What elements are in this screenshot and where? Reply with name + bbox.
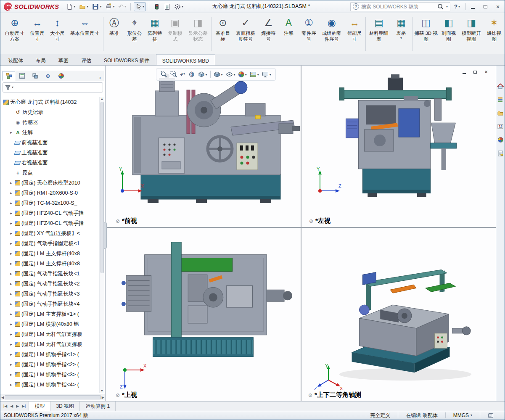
tree-item[interactable]: ▸ (固定) 无心磨床模型2010: [1, 178, 99, 188]
view-settings-button[interactable]: ▾: [262, 71, 271, 78]
ribbon-button[interactable]: ⊙ 基准目标: [213, 14, 233, 54]
expand-arrow-icon[interactable]: ▸: [9, 282, 13, 286]
status-options-button[interactable]: [480, 413, 501, 418]
tree-item[interactable]: ▸ (固定) 气动手指延长块<4: [1, 299, 99, 309]
tree-item[interactable]: ↺ 历史记录: [1, 107, 99, 117]
tree-item[interactable]: ▸ (固定) LM 无杆气缸支撑板: [1, 339, 99, 349]
command-tab[interactable]: 装配体: [2, 54, 29, 65]
expand-arrow-icon[interactable]: ▸: [9, 302, 13, 306]
dropdown-caret[interactable]: ▾: [446, 5, 448, 8]
ribbon-button[interactable]: ⊕ 自动尺寸方案: [2, 14, 27, 54]
tree-item[interactable]: ▸ (固定) LM 横梁(40x80 铝: [1, 319, 99, 329]
ribbon-button[interactable]: ↕ 大小尺寸: [48, 14, 68, 54]
ribbon-button[interactable]: ✓ 表面粗糙度符号: [233, 14, 258, 54]
tree-item[interactable]: ▸ (固定) 气动手指延长块<2: [1, 279, 99, 289]
ribbon-button[interactable]: ◉ 成组的零件序号: [319, 14, 344, 54]
command-tab[interactable]: 评估: [75, 54, 98, 65]
document-restore-button[interactable]: [472, 69, 478, 75]
dimxpertmanager-tab[interactable]: ⊕: [42, 71, 54, 81]
tree-item[interactable]: ▸ (固定) 气动手指固定板<1: [1, 238, 99, 248]
ribbon-button[interactable]: ▦ 表格 ▾: [391, 14, 411, 54]
ribbon-button[interactable]: ▦ 阵列特征: [145, 14, 165, 54]
tree-item[interactable]: ▸ (固定) XY 气缸连接板】<: [1, 228, 99, 238]
expand-tabs-chevron[interactable]: ›: [97, 74, 103, 81]
hide-show-items-button[interactable]: ▾: [226, 71, 235, 78]
appearances-tab[interactable]: [497, 136, 504, 143]
options-button[interactable]: ▾: [173, 3, 185, 11]
ribbon-button[interactable]: ① 零件序号: [299, 14, 319, 54]
left-view-model[interactable]: [301, 66, 496, 227]
tree-item[interactable]: ▸ (固定) LM 抓物手指<3> (: [1, 370, 99, 380]
expand-arrow-icon[interactable]: ▸: [9, 332, 13, 336]
next-tab-button[interactable]: ▶: [15, 404, 20, 409]
close-button[interactable]: ×: [494, 3, 501, 10]
expand-arrow-icon[interactable]: ▸: [9, 211, 13, 215]
scrollbar-thumb[interactable]: [5, 395, 101, 399]
ribbon-button[interactable]: ✶ 爆炸视图: [484, 14, 504, 54]
filter-caret-icon[interactable]: ▾: [12, 86, 13, 89]
help-search-input[interactable]: [361, 4, 435, 10]
tree-item[interactable]: ▸ (固定) HFZ40-CL 气动手指: [1, 208, 99, 218]
command-tab[interactable]: SOLIDWORKS MBD: [156, 54, 215, 65]
scroll-up-icon[interactable]: ▲: [100, 97, 104, 101]
help-menu-button[interactable]: ? ▾: [452, 3, 463, 10]
tree-item[interactable]: ▸ (固定) TC-M-32x100-S_: [1, 198, 99, 208]
ribbon-button[interactable]: ◫ 捕获 3D 视图: [413, 14, 439, 54]
maximize-button[interactable]: [482, 3, 489, 10]
view-tab[interactable]: 3D 视图: [50, 402, 80, 411]
tree-item[interactable]: ▸ A 注解: [1, 127, 99, 137]
viewport-vertical-divider[interactable]: [301, 66, 301, 401]
save-button[interactable]: ▾: [91, 3, 103, 11]
expand-arrow-icon[interactable]: ▸: [9, 322, 13, 326]
viewport-horizontal-divider[interactable]: [106, 227, 496, 228]
expand-arrow-icon[interactable]: ▸: [9, 362, 13, 367]
open-button[interactable]: ▾: [78, 3, 90, 11]
expand-arrow-icon[interactable]: ▸: [9, 352, 13, 357]
print-button[interactable]: ▾: [104, 3, 116, 11]
ribbon-button[interactable]: ▣ 复制模式: [165, 14, 185, 54]
tree-item[interactable]: ▸ (固定) HFZ40-CL 气动手指: [1, 218, 99, 228]
expand-arrow-icon[interactable]: ▸: [9, 383, 13, 387]
tree-item[interactable]: ▸ (固定) LM 主支撑杆(40x8: [1, 259, 99, 269]
scroll-right-icon[interactable]: ▶: [102, 396, 104, 399]
solidworks-resources-tab[interactable]: [497, 82, 504, 90]
view-tab[interactable]: 模型: [29, 402, 50, 411]
file-explorer-tab[interactable]: [497, 109, 504, 116]
view-orientation-button[interactable]: ▾: [198, 71, 207, 78]
front-view-model[interactable]: [106, 66, 301, 227]
expand-arrow-icon[interactable]: ▸: [9, 342, 13, 346]
ribbon-button[interactable]: ∠ 焊接符号: [258, 14, 278, 54]
isometric-view-quadrant[interactable]: Y X Z ⊘ *上下二等角轴测: [301, 228, 496, 401]
tree-item[interactable]: ▸ (固定) LM 抓物手指<4> (: [1, 380, 99, 390]
panel-splitter-handle[interactable]: [104, 222, 107, 249]
tree-item[interactable]: 上视基准面: [1, 148, 99, 158]
ribbon-button[interactable]: ◨ 模型断开视图: [459, 14, 484, 54]
propertymanager-tab[interactable]: [16, 71, 28, 81]
ribbon-button[interactable]: ⇔ 基本位置尺寸: [68, 14, 102, 54]
tree-item[interactable]: ▸ (固定) LM 抓物手指<1> (: [1, 349, 99, 359]
ribbon-button[interactable]: Ⓐ 基准: [104, 14, 124, 54]
view-palette-tab[interactable]: [497, 123, 504, 130]
expand-arrow-icon[interactable]: ▸: [9, 130, 13, 135]
top-view-quadrant[interactable]: X Z ⊘ *上视: [106, 228, 301, 401]
display-style-button[interactable]: ▾: [214, 71, 223, 78]
command-tab[interactable]: 布局: [29, 54, 52, 65]
expand-arrow-icon[interactable]: ▸: [9, 262, 13, 266]
tree-item[interactable]: ▸ (固定) LM 抓物手指<2> (: [1, 359, 99, 370]
tree-item[interactable]: ▸ (固定) LM 主支撑板<1> (: [1, 309, 99, 319]
scroll-down-icon[interactable]: ▼: [100, 389, 104, 393]
tree-root-item[interactable]: 无心磨 龙门式 送料机(14032: [1, 97, 99, 107]
last-tab-button[interactable]: ▶|: [21, 404, 26, 409]
tree-item[interactable]: + 原点: [1, 168, 99, 178]
featuremanager-tab[interactable]: [3, 71, 15, 81]
minimize-button[interactable]: [469, 3, 476, 10]
command-tab[interactable]: SOLIDWORKS 插件: [98, 54, 156, 65]
expand-arrow-icon[interactable]: ▸: [9, 312, 13, 316]
expand-arrow-icon[interactable]: ▸: [9, 201, 13, 205]
search-icon[interactable]: [437, 3, 444, 10]
tree-item[interactable]: 前视基准面: [1, 137, 99, 148]
ribbon-button[interactable]: ↔ 智能尺寸: [344, 14, 365, 54]
tree-item[interactable]: ▸ (固定) LM 主支撑杆(40x8: [1, 248, 99, 259]
select-tool-button[interactable]: ▾: [134, 2, 146, 11]
ribbon-button[interactable]: ◨ 显示公差状态: [185, 14, 211, 54]
